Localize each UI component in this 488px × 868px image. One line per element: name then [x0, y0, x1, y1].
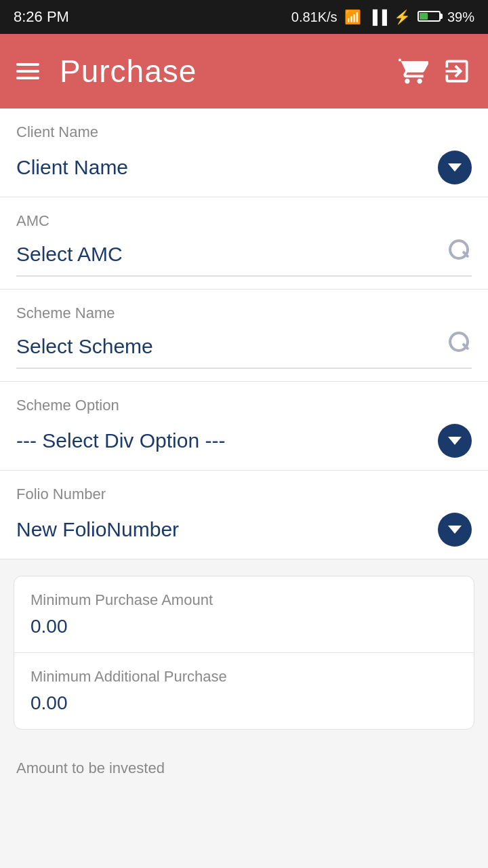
scheme-option-label: Scheme Option	[16, 397, 472, 414]
amount-label: Amount to be invested	[16, 760, 472, 777]
header-left: Purchase	[16, 53, 197, 90]
folio-number-field: Folio Number New FolioNumber	[0, 471, 488, 559]
client-name-dropdown[interactable]	[438, 151, 472, 184]
min-additional-row: Minimum Additional Purchase 0.00	[14, 652, 474, 729]
folio-number-value[interactable]: New FolioNumber	[16, 513, 472, 547]
scheme-option-field: Scheme Option --- Select Div Option ---	[0, 382, 488, 471]
header-actions	[399, 56, 472, 86]
amc-label: AMC	[16, 212, 472, 230]
folio-number-dropdown[interactable]	[438, 513, 472, 547]
scheme-option-dropdown[interactable]	[438, 424, 472, 458]
wifi-icon: 📶	[344, 9, 361, 25]
status-right: 0.81K/s 📶 ▐▐ ⚡ 39%	[291, 9, 474, 25]
scheme-name-label: Scheme Name	[16, 304, 472, 322]
status-bar: 8:26 PM 0.81K/s 📶 ▐▐ ⚡ 39%	[0, 0, 488, 34]
scheme-option-value[interactable]: --- Select Div Option ---	[16, 424, 472, 458]
amc-field: AMC Select AMC	[0, 197, 488, 290]
status-time: 8:26 PM	[14, 8, 69, 26]
cart-icon[interactable]	[399, 56, 428, 86]
min-purchase-label: Minimum Purchase Amount	[30, 591, 458, 609]
amc-search-icon[interactable]	[449, 239, 472, 269]
folio-number-label: Folio Number	[16, 486, 472, 503]
signal-icon: ▐▐	[368, 9, 387, 25]
client-name-field: Client Name Client Name	[0, 108, 488, 197]
min-additional-value: 0.00	[30, 692, 458, 714]
form-body: Client Name Client Name AMC Select AMC S…	[0, 108, 488, 559]
scheme-name-field: Scheme Name Select Scheme	[0, 290, 488, 382]
exit-icon[interactable]	[442, 56, 472, 86]
amount-section: Amount to be invested	[0, 746, 488, 784]
amc-value[interactable]: Select AMC	[16, 239, 472, 269]
client-name-label: Client Name	[16, 123, 472, 141]
page-title: Purchase	[60, 53, 197, 90]
info-card: Minimum Purchase Amount 0.00 Minimum Add…	[14, 576, 474, 730]
scheme-search-icon[interactable]	[449, 332, 472, 361]
charging-icon: ⚡	[394, 9, 411, 25]
app-header: Purchase	[0, 34, 488, 108]
min-purchase-row: Minimum Purchase Amount 0.00	[14, 576, 474, 652]
min-additional-label: Minimum Additional Purchase	[30, 668, 458, 686]
battery-percent: 39%	[447, 9, 474, 25]
network-speed: 0.81K/s	[291, 9, 338, 25]
scheme-name-value[interactable]: Select Scheme	[16, 332, 472, 361]
min-purchase-value: 0.00	[30, 616, 458, 637]
battery-icon	[418, 9, 441, 25]
client-name-value[interactable]: Client Name	[16, 151, 472, 184]
menu-button[interactable]	[16, 63, 39, 79]
